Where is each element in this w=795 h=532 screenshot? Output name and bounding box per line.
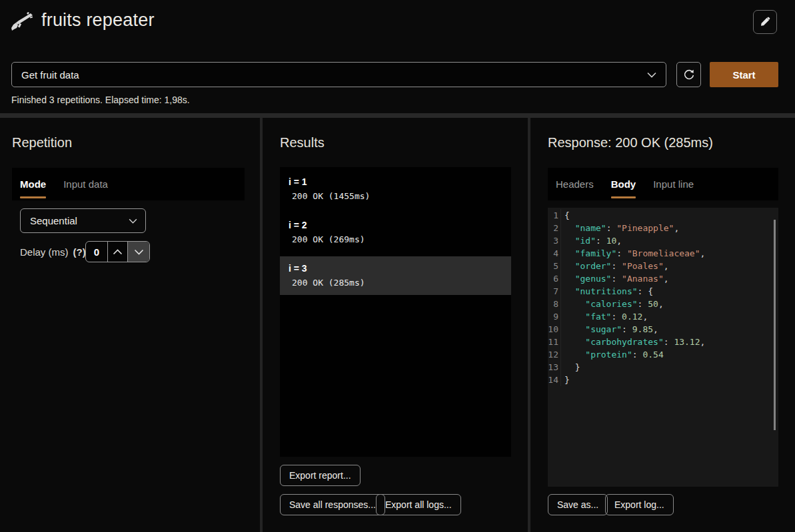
pencil-icon: [760, 17, 771, 28]
code-token: :: [622, 324, 632, 334]
code-token: ,: [642, 312, 648, 322]
line-number: 13: [548, 361, 561, 374]
tab-input-line-label: Input line: [653, 178, 694, 190]
refresh-icon: [683, 69, 695, 81]
result-item-status: 200 OK (269ms): [289, 234, 511, 244]
result-item-2[interactable]: i = 2 200 OK (269ms): [280, 213, 511, 252]
code-token: "order": [575, 261, 612, 271]
line-number: 12: [548, 348, 561, 361]
refresh-button[interactable]: [676, 62, 701, 87]
code-text: }: [561, 374, 570, 386]
tab-mode[interactable]: Mode: [20, 168, 46, 200]
delay-help-tooltip[interactable]: (?): [73, 246, 86, 258]
code-token: ,: [664, 274, 669, 284]
line-number: 11: [548, 336, 561, 348]
code-token: ,: [674, 223, 679, 233]
code-token: "id": [575, 236, 596, 246]
code-token: ,: [700, 337, 706, 347]
mode-select[interactable]: Sequential: [20, 208, 146, 233]
code-text: "family": "Bromeliaceae",: [561, 247, 705, 260]
code-token: [564, 337, 585, 347]
code-token: 50: [648, 299, 658, 309]
delay-input[interactable]: 0: [86, 242, 107, 262]
tab-body-label: Body: [611, 178, 636, 190]
command-select[interactable]: Get fruit data: [11, 62, 666, 87]
code-token: [564, 286, 575, 296]
code-token: [564, 299, 585, 309]
line-number: 14: [548, 374, 561, 386]
tab-body[interactable]: Body: [611, 168, 636, 200]
code-token: [564, 236, 575, 246]
code-token: :: [606, 223, 617, 233]
code-line: 2 "name": "Pineapple",: [548, 222, 778, 234]
code-token: [564, 274, 575, 284]
response-body-editor[interactable]: 1{2 "name": "Pineapple",3 "id": 10,4 "fa…: [548, 208, 778, 487]
start-button[interactable]: Start: [710, 62, 778, 87]
code-token: ,: [700, 248, 706, 258]
code-text: "sugar": 9.85,: [561, 323, 658, 336]
command-select-value: Get fruit data: [21, 69, 79, 81]
code-token: 0.54: [642, 350, 663, 360]
export-all-logs-button[interactable]: Export all logs...: [376, 494, 461, 515]
line-number: 3: [548, 234, 561, 247]
code-text: "order": "Poales",: [561, 260, 669, 272]
code-token: :: [611, 312, 622, 322]
code-token: "Bromeliaceae": [627, 248, 700, 258]
code-token: "genus": [575, 274, 612, 284]
chevron-down-icon: [129, 218, 137, 224]
code-token: :: [616, 248, 627, 258]
code-line: 5 "order": "Poales",: [548, 260, 778, 272]
code-token: :: [638, 299, 648, 309]
line-number: 1: [548, 209, 561, 222]
code-token: ,: [653, 324, 658, 334]
code-text: "nutritions": {: [561, 285, 653, 298]
page-title: fruits repeater: [41, 10, 155, 31]
export-report-button[interactable]: Export report...: [280, 465, 361, 486]
result-item-1[interactable]: i = 1 200 OK (1455ms): [280, 170, 511, 208]
stepper-up-button[interactable]: [107, 242, 127, 262]
delay-label-text: Delay (ms): [20, 246, 69, 258]
horizontal-divider: [0, 113, 795, 118]
save-all-responses-button[interactable]: Save all responses...: [280, 494, 385, 515]
app-window: { "header": { "title": "fruits repeater"…: [0, 0, 795, 532]
tab-headers[interactable]: Headers: [556, 168, 594, 200]
stepper-down-button[interactable]: [127, 242, 149, 262]
delay-label: Delay (ms)(?): [20, 246, 86, 258]
line-number: 2: [548, 222, 561, 234]
tab-input-data[interactable]: Input data: [63, 168, 108, 200]
result-item-3-selected[interactable]: i = 3 200 OK (285ms): [280, 256, 511, 295]
response-panel-title: Response: 200 OK (285ms): [548, 135, 713, 150]
export-log-button[interactable]: Export log...: [605, 494, 674, 515]
code-token: "fat": [585, 312, 611, 322]
tab-input-data-label: Input data: [63, 178, 108, 190]
code-token: :: [664, 337, 674, 347]
code-token: "name": [575, 223, 606, 233]
code-lines: 1{2 "name": "Pineapple",3 "id": 10,4 "fa…: [548, 209, 778, 386]
code-token: [564, 261, 575, 271]
editor-scrollbar[interactable]: [774, 220, 776, 430]
line-number: 10: [548, 323, 561, 336]
code-line: 14}: [548, 374, 778, 386]
code-token: {: [564, 210, 570, 220]
code-token: "carbohydrates": [585, 337, 663, 347]
code-token: 9.85: [632, 324, 653, 334]
mode-select-value: Sequential: [30, 215, 77, 226]
code-token: :: [596, 236, 606, 246]
repetition-panel-title: Repetition: [12, 135, 72, 150]
code-text: "carbohydrates": 13.12,: [561, 336, 705, 348]
line-number: 7: [548, 285, 561, 298]
code-text: }: [561, 361, 580, 374]
code-token: "calories": [585, 299, 637, 309]
result-item-status: 200 OK (285ms): [289, 278, 511, 288]
tab-input-line[interactable]: Input line: [653, 168, 694, 200]
edit-button[interactable]: [753, 10, 777, 34]
code-token: 0.12: [622, 312, 642, 322]
line-number: 6: [548, 272, 561, 285]
code-token: :: [611, 274, 622, 284]
code-line: 12 "protein": 0.54: [548, 348, 778, 361]
code-text: "protein": 0.54: [561, 348, 664, 361]
status-text: Finished 3 repetitions. Elapsed time: 1,…: [11, 95, 190, 105]
code-line: 9 "fat": 0.12,: [548, 310, 778, 323]
code-token: ,: [616, 236, 622, 246]
save-as-button[interactable]: Save as...: [548, 494, 608, 515]
